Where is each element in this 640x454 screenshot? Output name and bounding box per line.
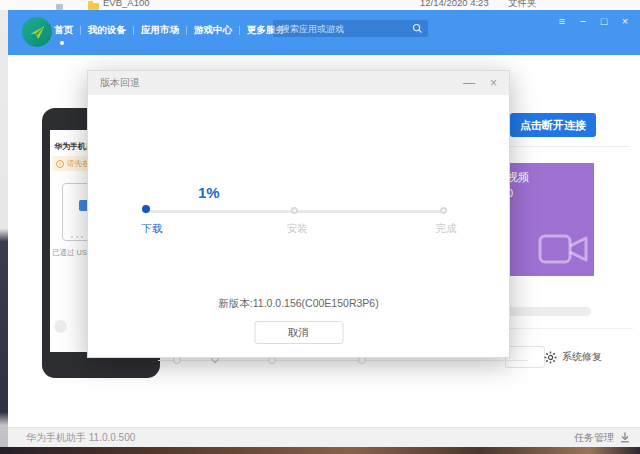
window-controls: ≡ − □ × [556, 12, 631, 30]
dialog-titlebar: 版本回退 — × [88, 71, 509, 95]
nav-separator [239, 26, 240, 35]
video-camera-icon [534, 220, 592, 272]
desktop-wallpaper-bottom-edge [0, 447, 640, 454]
dialog-controls: — × [463, 71, 497, 95]
step-label-complete: 完成 [436, 222, 457, 236]
nav-separator [133, 26, 134, 35]
nav-separator [186, 26, 187, 35]
search-input[interactable] [273, 20, 428, 37]
step-node-download [142, 205, 150, 213]
file-type: 文件夹 [508, 0, 537, 10]
step-node-install [291, 207, 298, 214]
maximize-icon[interactable]: □ [598, 12, 610, 30]
app-version-text: 华为手机助手 11.0.0.500 [26, 428, 135, 447]
warning-icon: ! [56, 160, 64, 168]
top-navigation-bar: 首页 我的设备 应用市场 游戏中心 更多服务 ≡ − [8, 10, 640, 55]
search-icon[interactable] [412, 23, 423, 34]
download-icon [620, 432, 630, 443]
step-node-complete [440, 207, 447, 214]
placeholder-bar [498, 307, 591, 316]
partial-button[interactable] [505, 346, 545, 368]
system-repair-label: 系统修复 [562, 350, 602, 364]
version-rollback-dialog: 版本回退 — × 1% 下载 安装 完成 新版本:11.0.0.156(C00E… [87, 70, 510, 358]
close-icon[interactable]: × [619, 12, 631, 30]
nav-item-my-devices[interactable]: 我的设备 [88, 24, 126, 37]
phone-panel-avatar-circle [54, 320, 67, 333]
file-name: EVB_A100 [103, 0, 149, 8]
dialog-minimize-icon[interactable]: — [463, 76, 475, 90]
system-repair-button[interactable]: 系统修复 [544, 350, 602, 364]
gear-icon [544, 351, 557, 364]
active-tab-indicator-dot [60, 41, 64, 45]
step-label-install: 安装 [287, 222, 308, 236]
dialog-close-icon[interactable]: × [490, 76, 497, 90]
task-manager-button[interactable]: 任务管理 [574, 428, 630, 447]
search-box [273, 20, 428, 37]
nav-menu: 首页 我的设备 应用市场 游戏中心 更多服务 [54, 24, 285, 37]
nav-item-app-market[interactable]: 应用市场 [141, 24, 179, 37]
nav-item-home[interactable]: 首页 [54, 24, 73, 37]
minimize-icon[interactable]: − [577, 12, 589, 30]
disconnect-button[interactable]: 点击断开连接 [510, 113, 596, 137]
menu-icon[interactable]: ≡ [556, 12, 568, 30]
file-date: 12/14/2020 4:23 [420, 0, 489, 8]
cancel-button[interactable]: 取消 [254, 321, 343, 344]
video-category-tile[interactable]: 视频 0 [498, 163, 594, 276]
status-bar: 华为手机助手 11.0.0.500 任务管理 [8, 427, 640, 447]
nav-item-game-center[interactable]: 游戏中心 [194, 24, 232, 37]
progress-percent: 1% [198, 184, 220, 201]
desktop-wallpaper-left-edge [0, 10, 8, 447]
new-version-text: 新版本:11.0.0.156(C00E150R3P6) [88, 297, 509, 311]
hisuite-logo-icon [22, 17, 52, 47]
background-file-explorer-row: EVB_A100 12/14/2020 4:23 文件夹 [0, 0, 640, 10]
task-manager-label: 任务管理 [574, 431, 614, 445]
screen: EVB_A100 12/14/2020 4:23 文件夹 首页 我的设备 应用市… [0, 0, 640, 454]
step-label-download: 下载 [142, 222, 163, 236]
nav-separator [80, 26, 81, 35]
dialog-title: 版本回退 [100, 71, 140, 95]
folder-icon [88, 3, 99, 10]
video-tile-label: 视频 [507, 170, 529, 185]
